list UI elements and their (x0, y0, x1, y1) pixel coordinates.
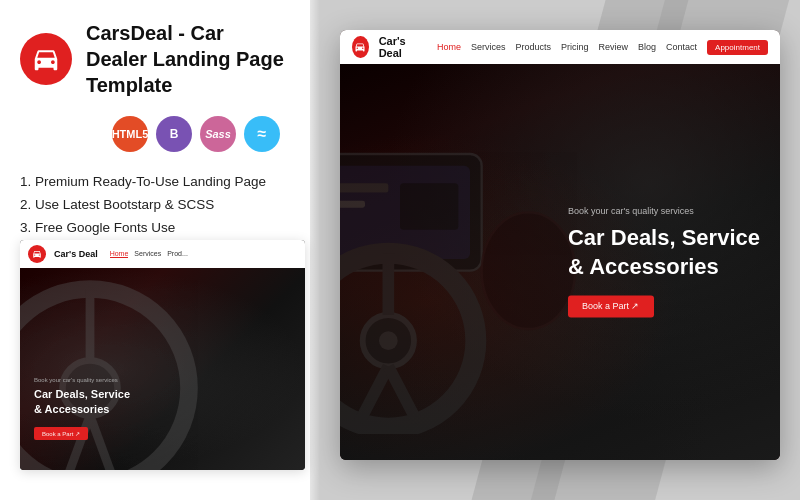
main-nav-products[interactable]: Products (515, 42, 551, 52)
main-nav-pricing[interactable]: Pricing (561, 42, 589, 52)
main-car-icon (354, 41, 366, 53)
svg-point-16 (482, 212, 575, 329)
mini-logo (28, 245, 46, 263)
main-nav-home[interactable]: Home (437, 42, 461, 52)
main-brand-text: Car's Deal (379, 35, 419, 59)
svg-point-15 (379, 331, 398, 350)
tailwind-label: ≈ (258, 125, 267, 143)
appointment-label: Appointment (715, 43, 760, 52)
main-nav-links: Home Services Products Pricing Review Bl… (437, 42, 697, 52)
mini-nav-products: Prod... (167, 250, 188, 258)
mini-preview-card: Car's Deal Home Services Prod... Book yo… (20, 240, 305, 470)
svg-line-14 (388, 366, 417, 422)
car-icon (31, 44, 61, 74)
mini-hero-subtitle: Book your car's quality services (34, 377, 130, 383)
mini-hero-bg: Book your car's quality services Car Dea… (20, 268, 305, 470)
mini-nav-home: Home (110, 250, 129, 258)
bootstrap-badge: B (156, 116, 192, 152)
tailwind-badge: ≈ (244, 116, 280, 152)
svg-rect-9 (400, 183, 458, 230)
feature-2: 2. Use Latest Bootstarp & SCSS (20, 193, 290, 216)
main-nav-contact[interactable]: Contact (666, 42, 697, 52)
mini-btn-label: Book a Part ↗ (42, 430, 80, 437)
html5-badge: HTML5 (112, 116, 148, 152)
svg-rect-8 (340, 201, 365, 208)
sass-badge: Sass (200, 116, 236, 152)
main-preview-card: Car's Deal Home Services Products Pricin… (340, 30, 780, 460)
main-nav-review[interactable]: Review (599, 42, 629, 52)
main-appointment-btn[interactable]: Appointment (707, 40, 768, 55)
mini-navbar: Car's Deal Home Services Prod... (20, 240, 305, 268)
left-panel: CarsDeal - Car Dealer Landing Page Templ… (0, 0, 310, 500)
header-row: CarsDeal - Car Dealer Landing Page Templ… (20, 20, 290, 98)
feature-1: 1. Premium Ready-To-Use Landing Page (20, 170, 290, 193)
html5-label: HTML5 (112, 128, 149, 140)
main-nav-services[interactable]: Services (471, 42, 506, 52)
mini-hero-btn[interactable]: Book a Part ↗ (34, 427, 88, 440)
hero-btn-label: Book a Part ↗ (582, 302, 640, 312)
feature-3: 3. Free Google Fonts Use (20, 216, 290, 239)
page-title: CarsDeal - Car Dealer Landing Page Templ… (86, 20, 290, 98)
mini-hero-title: Car Deals, Service& Accessories (34, 387, 130, 416)
mini-car-icon (32, 249, 42, 259)
hero-book-btn[interactable]: Book a Part ↗ (568, 296, 654, 318)
logo-circle (20, 33, 72, 85)
title-block: CarsDeal - Car Dealer Landing Page Templ… (86, 20, 290, 98)
hero-text-block: Book your car's quality services Car Dea… (568, 206, 760, 317)
right-preview: Car's Deal Home Services Products Pricin… (280, 0, 800, 500)
mini-hero-text: Book your car's quality services Car Dea… (34, 377, 130, 440)
bootstrap-label: B (170, 127, 179, 141)
mini-brand-text: Car's Deal (54, 249, 98, 259)
mini-nav-links: Home Services Prod... (110, 250, 188, 258)
sass-label: Sass (205, 128, 231, 140)
tech-icons-row: HTML5 B Sass ≈ (20, 116, 290, 152)
mini-nav-services: Services (134, 250, 161, 258)
mini-steering-wheel (20, 278, 200, 470)
svg-rect-7 (340, 183, 388, 192)
svg-line-13 (359, 366, 388, 422)
main-nav-blog[interactable]: Blog (638, 42, 656, 52)
hero-title: Car Deals, Service& Accessories (568, 224, 760, 281)
hero-subtitle: Book your car's quality services (568, 206, 760, 216)
main-hero-area: Book your car's quality services Car Dea… (340, 64, 780, 460)
main-logo-circle (352, 36, 369, 58)
main-navbar: Car's Deal Home Services Products Pricin… (340, 30, 780, 64)
